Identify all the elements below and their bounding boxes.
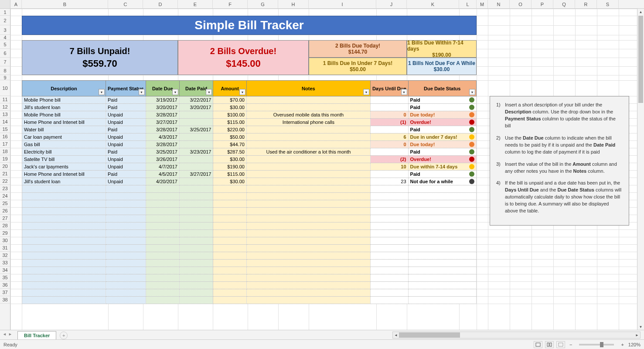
- row-header-16[interactable]: 16: [0, 133, 10, 140]
- cell-dpaid[interactable]: 3/20/2017: [179, 104, 213, 111]
- empty-cell[interactable]: [22, 230, 106, 237]
- cell-ddue[interactable]: 3/19/2017: [146, 96, 179, 104]
- empty-cell[interactable]: [213, 260, 246, 267]
- empty-cell[interactable]: [213, 193, 246, 200]
- row-header-7[interactable]: 7: [0, 58, 10, 66]
- cell-dstatus[interactable]: Paid: [408, 148, 476, 156]
- col-header-H[interactable]: H: [278, 0, 309, 8]
- empty-cell[interactable]: [246, 260, 370, 267]
- empty-cell[interactable]: [213, 274, 246, 282]
- scroll-left-icon[interactable]: ◄: [393, 332, 399, 338]
- horizontal-scrollbar[interactable]: ◄ ►: [392, 332, 641, 339]
- add-sheet-button[interactable]: +: [60, 332, 68, 339]
- table-row-empty[interactable]: [22, 222, 477, 230]
- cell-dstatus[interactable]: Overdue!: [408, 156, 476, 163]
- cell-dpaid[interactable]: [179, 141, 213, 148]
- col-header-E[interactable]: E: [178, 0, 213, 8]
- cell-days[interactable]: 6: [370, 133, 408, 141]
- select-all-corner[interactable]: [0, 0, 10, 8]
- cell-days[interactable]: 0: [370, 141, 408, 148]
- empty-cell[interactable]: [370, 222, 408, 230]
- cell-notes[interactable]: [246, 96, 370, 104]
- empty-cell[interactable]: [22, 222, 106, 230]
- cell-dpaid[interactable]: 3/27/2017: [179, 171, 213, 178]
- col-header-J[interactable]: J: [376, 0, 407, 8]
- cell-ddue[interactable]: 4/20/2017: [146, 178, 179, 185]
- header-ddue[interactable]: Date Due▼: [146, 81, 179, 96]
- vertical-scrollbar[interactable]: ▲ ▼: [637, 9, 644, 330]
- col-header-F[interactable]: F: [213, 0, 248, 8]
- empty-cell[interactable]: [22, 274, 106, 282]
- cell-dstatus[interactable]: Not due for a while: [408, 178, 476, 185]
- empty-cell[interactable]: [106, 230, 146, 237]
- col-header-S[interactable]: S: [597, 0, 619, 8]
- cell-days[interactable]: [370, 96, 408, 104]
- row-header-18[interactable]: 18: [0, 148, 10, 155]
- col-header-P[interactable]: P: [532, 0, 553, 8]
- row-header-3[interactable]: 3: [0, 25, 10, 35]
- row-header-21[interactable]: 21: [0, 170, 10, 178]
- empty-cell[interactable]: [246, 274, 370, 282]
- row-header-30[interactable]: 30: [0, 237, 10, 244]
- row-header-38[interactable]: 38: [0, 296, 10, 304]
- empty-cell[interactable]: [408, 237, 476, 245]
- cell-amount[interactable]: $30.00: [213, 156, 246, 163]
- cell-ddue[interactable]: 4/3/2017: [146, 133, 179, 141]
- col-header-G[interactable]: G: [248, 0, 278, 8]
- cell-desc[interactable]: Electricity bill: [22, 148, 106, 156]
- empty-cell[interactable]: [408, 245, 476, 252]
- empty-cell[interactable]: [146, 237, 179, 245]
- empty-cell[interactable]: [370, 215, 408, 222]
- table-row-empty[interactable]: [22, 200, 477, 208]
- empty-cell[interactable]: [246, 245, 370, 252]
- table-row[interactable]: Jill's student loanUnpaid4/20/2017$30.00…: [22, 178, 477, 185]
- spreadsheet-grid[interactable]: Simple Bill Tracker7 Bills Unpaid!$559.7…: [10, 9, 644, 330]
- empty-cell[interactable]: [146, 200, 179, 208]
- col-header-Q[interactable]: Q: [553, 0, 575, 8]
- empty-cell[interactable]: [246, 282, 370, 289]
- header-days[interactable]: Days Until Due▼: [370, 81, 408, 96]
- col-header-N[interactable]: N: [488, 0, 510, 8]
- row-header-20[interactable]: 20: [0, 163, 10, 170]
- empty-cell[interactable]: [106, 245, 146, 252]
- cell-dstatus[interactable]: Due today!: [408, 111, 476, 119]
- zoom-slider[interactable]: [579, 344, 614, 346]
- cell-ddue[interactable]: 3/27/2017: [146, 119, 179, 126]
- cell-dpaid[interactable]: [179, 119, 213, 126]
- cell-notes[interactable]: [246, 104, 370, 111]
- cell-dstatus[interactable]: Due in under 7 days!: [408, 133, 476, 141]
- filter-icon[interactable]: ▼: [139, 89, 145, 95]
- empty-cell[interactable]: [408, 215, 476, 222]
- cell-days[interactable]: 0: [370, 111, 408, 119]
- cell-dpaid[interactable]: [179, 111, 213, 119]
- row-header-9[interactable]: 9: [0, 75, 10, 80]
- empty-cell[interactable]: [22, 282, 106, 289]
- empty-cell[interactable]: [179, 260, 213, 267]
- empty-cell[interactable]: [146, 185, 179, 193]
- sheet-tab-active[interactable]: Bill Tracker: [17, 331, 56, 339]
- cell-pstatus[interactable]: Unpaid: [106, 141, 146, 148]
- zoom-minus-icon[interactable]: −: [568, 342, 574, 347]
- empty-cell[interactable]: [246, 297, 370, 304]
- header-pstatus[interactable]: Payment Status▼: [106, 81, 146, 96]
- empty-cell[interactable]: [146, 252, 179, 260]
- empty-cell[interactable]: [179, 282, 213, 289]
- empty-cell[interactable]: [146, 297, 179, 304]
- row-header-12[interactable]: 12: [0, 103, 10, 111]
- col-header-R[interactable]: R: [575, 0, 597, 8]
- scroll-up-icon[interactable]: ▲: [637, 9, 644, 15]
- row-header-14[interactable]: 14: [0, 118, 10, 126]
- empty-cell[interactable]: [213, 282, 246, 289]
- cell-pstatus[interactable]: Unpaid: [106, 111, 146, 119]
- row-header-37[interactable]: 37: [0, 289, 10, 296]
- table-row-empty[interactable]: [22, 245, 477, 252]
- cell-desc[interactable]: Mobile Phone bill: [22, 96, 106, 104]
- cell-dpaid[interactable]: [179, 163, 213, 171]
- row-header-27[interactable]: 27: [0, 215, 10, 222]
- empty-cell[interactable]: [370, 297, 408, 304]
- cell-ddue[interactable]: 4/7/2017: [146, 163, 179, 171]
- cell-dpaid[interactable]: 3/22/2017: [179, 96, 213, 104]
- empty-cell[interactable]: [246, 267, 370, 274]
- table-row[interactable]: Electricity billPaid3/25/20173/23/2017$2…: [22, 148, 477, 156]
- row-header-26[interactable]: 26: [0, 207, 10, 215]
